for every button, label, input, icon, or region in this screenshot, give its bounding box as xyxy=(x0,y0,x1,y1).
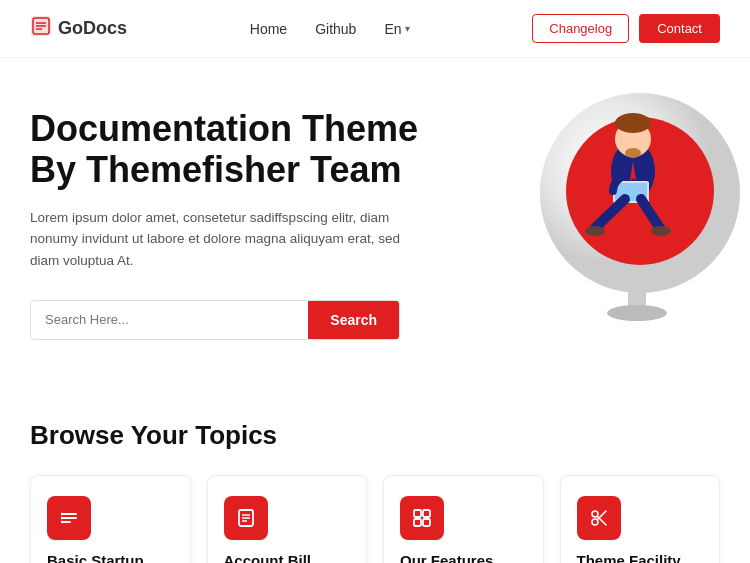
svg-point-12 xyxy=(615,113,651,133)
svg-rect-29 xyxy=(423,510,430,517)
card-icon-wrap xyxy=(47,496,91,540)
svg-point-23 xyxy=(61,520,63,522)
hero-illustration xyxy=(480,58,750,328)
hero-image xyxy=(485,63,745,323)
search-bar: Search xyxy=(30,300,400,340)
nav-lang[interactable]: En ▾ xyxy=(384,21,409,37)
scissors-icon xyxy=(588,507,610,529)
browse-title: Browse Your Topics xyxy=(30,420,720,451)
svg-point-9 xyxy=(607,305,667,321)
cards-grid: Basic Startup Cras at dolor eget urna va… xyxy=(30,475,720,563)
svg-point-16 xyxy=(585,226,605,236)
topic-card-theme-facility[interactable]: Theme Facility Cras at dolor eget urna v… xyxy=(560,475,721,563)
brand-icon xyxy=(30,15,52,42)
card-title: Our Features xyxy=(400,552,527,563)
topic-card-account-bill[interactable]: Account Bill Cras at dolor eget urna var… xyxy=(207,475,368,563)
svg-point-13 xyxy=(625,148,641,158)
card-title: Account Bill xyxy=(224,552,351,563)
changelog-button[interactable]: Changelog xyxy=(532,14,629,43)
search-input[interactable] xyxy=(31,301,308,338)
hero-content: Documentation Theme By Themefisher Team … xyxy=(30,108,420,340)
card-icon-wrap xyxy=(577,496,621,540)
nav-github[interactable]: Github xyxy=(315,21,356,37)
svg-point-22 xyxy=(61,516,63,518)
features-icon xyxy=(411,507,433,529)
card-title: Theme Facility xyxy=(577,552,704,563)
nav-links: Home Github En ▾ xyxy=(250,21,410,37)
chevron-down-icon: ▾ xyxy=(405,23,410,34)
svg-line-35 xyxy=(597,511,606,520)
bill-icon xyxy=(235,507,257,529)
topic-card-our-features[interactable]: Our Features Cras at dolor eget urna var… xyxy=(383,475,544,563)
svg-rect-31 xyxy=(423,519,430,526)
svg-point-17 xyxy=(651,226,671,236)
list-icon xyxy=(58,507,80,529)
navbar: GoDocs Home Github En ▾ Changelog Contac… xyxy=(0,0,750,58)
brand-name: GoDocs xyxy=(58,18,127,39)
contact-button[interactable]: Contact xyxy=(639,14,720,43)
hero-description: Lorem ipsum dolor amet, consetetur sadif… xyxy=(30,207,420,272)
nav-actions: Changelog Contact xyxy=(532,14,720,43)
nav-home[interactable]: Home xyxy=(250,21,287,37)
brand: GoDocs xyxy=(30,15,127,42)
svg-rect-28 xyxy=(414,510,421,517)
svg-point-21 xyxy=(61,512,63,514)
search-button[interactable]: Search xyxy=(308,301,399,339)
svg-rect-30 xyxy=(414,519,421,526)
card-icon-wrap xyxy=(400,496,444,540)
browse-section: Browse Your Topics Basic Startup Cras at… xyxy=(0,380,750,563)
card-icon-wrap xyxy=(224,496,268,540)
card-title: Basic Startup xyxy=(47,552,174,563)
hero-title: Documentation Theme By Themefisher Team xyxy=(30,108,420,191)
topic-card-basic-startup[interactable]: Basic Startup Cras at dolor eget urna va… xyxy=(30,475,191,563)
hero-section: Documentation Theme By Themefisher Team … xyxy=(0,58,750,380)
